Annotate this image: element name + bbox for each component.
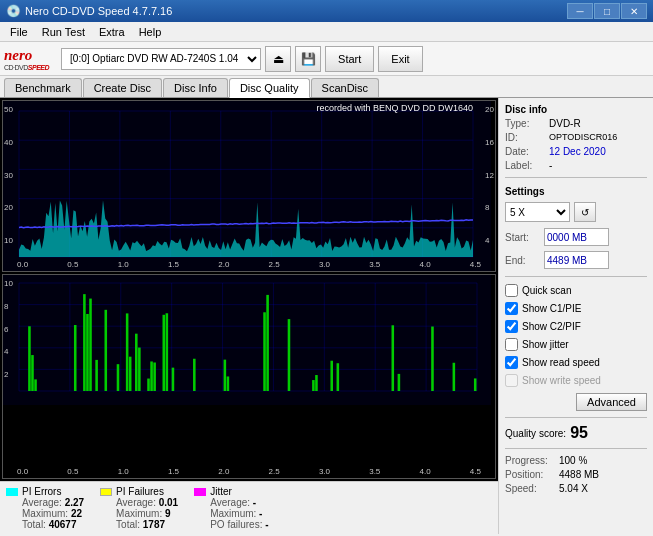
divider1 (505, 177, 647, 178)
show-jitter-checkbox[interactable] (505, 338, 518, 351)
speed-value: 5.04 X (559, 483, 588, 494)
chart-title: recorded with BENQ DVD DD DW1640 (316, 103, 473, 113)
disc-type-label: Type: (505, 118, 545, 129)
quick-scan-row: Quick scan (505, 284, 647, 297)
pi-failures-total: 1787 (143, 519, 165, 530)
settings-end-label: End: (505, 255, 540, 266)
show-read-speed-label: Show read speed (522, 357, 600, 368)
divider2 (505, 276, 647, 277)
y-label-20: 20 (485, 105, 494, 114)
disc-id-row: ID: OPTODISCR016 (505, 132, 647, 143)
minimize-button[interactable]: ─ (567, 3, 593, 19)
tab-bar: Benchmark Create Disc Disc Info Disc Qua… (0, 76, 653, 98)
legend-area: PI Errors Average: 2.27 Maximum: 22 Tota… (0, 481, 498, 534)
divider3 (505, 417, 647, 418)
main-content: recorded with BENQ DVD DD DW1640 20 16 1… (0, 98, 653, 534)
legend-pi-failures: PI Failures Average: 0.01 Maximum: 9 Tot… (100, 486, 178, 530)
menu-help[interactable]: Help (133, 25, 168, 39)
y-label-50: 50 (4, 105, 13, 114)
logo: nero CD·DVDSPEED (4, 47, 49, 71)
settings-start-input[interactable] (544, 228, 609, 246)
right-panel: Disc info Type: DVD-R ID: OPTODISCR016 D… (498, 98, 653, 534)
progress-value: 100 % (559, 455, 587, 466)
position-value: 4488 MB (559, 469, 599, 480)
y-label-8: 8 (485, 203, 494, 212)
save-button[interactable]: 💾 (295, 46, 321, 72)
pi-failures-max-label: Maximum: (116, 508, 162, 519)
show-write-speed-checkbox (505, 374, 518, 387)
legend-jitter: Jitter Average: - Maximum: - PO failures… (194, 486, 268, 530)
toolbar: nero CD·DVDSPEED [0:0] Optiarc DVD RW AD… (0, 42, 653, 76)
show-c1pie-checkbox[interactable] (505, 302, 518, 315)
position-label: Position: (505, 469, 555, 480)
progress-row: Progress: 100 % (505, 455, 647, 466)
top-chart: recorded with BENQ DVD DD DW1640 20 16 1… (2, 100, 496, 272)
speed-row: Speed: 5.04 X (505, 483, 647, 494)
disc-date-value: 12 Dec 2020 (549, 146, 606, 157)
pi-failures-avg: 0.01 (159, 497, 178, 508)
disc-label-row: Label: - (505, 160, 647, 171)
disc-label-label: Label: (505, 160, 545, 171)
pi-failures-avg-label: Average: (116, 497, 156, 508)
close-button[interactable]: ✕ (621, 3, 647, 19)
eject-button[interactable]: ⏏ (265, 46, 291, 72)
window-title: Nero CD-DVD Speed 4.7.7.16 (25, 5, 172, 17)
settings-speed-row: 5 X 4 X 8 X ↺ (505, 202, 647, 222)
y-label-10: 10 (4, 236, 13, 245)
divider4 (505, 448, 647, 449)
title-bar: 💿 Nero CD-DVD Speed 4.7.7.16 ─ □ ✕ (0, 0, 653, 22)
exit-button[interactable]: Exit (378, 46, 422, 72)
show-c1pie-label: Show C1/PIE (522, 303, 581, 314)
settings-title: Settings (505, 186, 647, 197)
progress-label: Progress: (505, 455, 555, 466)
show-c2pif-label: Show C2/PIF (522, 321, 581, 332)
menu-bar: File Run Test Extra Help (0, 22, 653, 42)
pi-failures-color (100, 488, 112, 496)
logo-sub: CD·DVDSPEED (4, 64, 49, 71)
pi-errors-label: PI Errors (22, 486, 61, 497)
pi-failures-total-label: Total: (116, 519, 140, 530)
menu-extra[interactable]: Extra (93, 25, 131, 39)
quick-scan-label: Quick scan (522, 285, 571, 296)
y-label-30: 30 (4, 171, 13, 180)
y-label-20b: 20 (4, 203, 13, 212)
advanced-button[interactable]: Advanced (576, 393, 647, 411)
jitter-po: - (265, 519, 268, 530)
menu-file[interactable]: File (4, 25, 34, 39)
y-label-4: 4 (485, 236, 494, 245)
settings-start-label: Start: (505, 232, 540, 243)
tab-benchmark[interactable]: Benchmark (4, 78, 82, 97)
quality-score-row: Quality score: 95 (505, 424, 647, 442)
show-write-speed-row: Show write speed (505, 374, 647, 387)
start-button[interactable]: Start (325, 46, 374, 72)
speed-select[interactable]: 5 X 4 X 8 X (505, 202, 570, 222)
pi-errors-total-label: Total: (22, 519, 46, 530)
show-write-speed-label: Show write speed (522, 375, 601, 386)
quick-scan-checkbox[interactable] (505, 284, 518, 297)
tab-create-disc[interactable]: Create Disc (83, 78, 162, 97)
show-c2pif-checkbox[interactable] (505, 320, 518, 333)
jitter-avg: - (253, 497, 256, 508)
legend-pi-errors: PI Errors Average: 2.27 Maximum: 22 Tota… (6, 486, 84, 530)
tab-disc-quality[interactable]: Disc Quality (229, 78, 310, 98)
app-icon: 💿 (6, 4, 21, 18)
y-label-16: 16 (485, 138, 494, 147)
settings-end-row: End: (505, 251, 647, 269)
disc-id-label: ID: (505, 132, 545, 143)
show-read-speed-row: Show read speed (505, 356, 647, 369)
pi-errors-avg: 2.27 (65, 497, 84, 508)
jitter-color (194, 488, 206, 496)
maximize-button[interactable]: □ (594, 3, 620, 19)
pi-errors-color (6, 488, 18, 496)
menu-run-test[interactable]: Run Test (36, 25, 91, 39)
jitter-label: Jitter (210, 486, 232, 497)
position-row: Position: 4488 MB (505, 469, 647, 480)
show-read-speed-checkbox[interactable] (505, 356, 518, 369)
drive-selector[interactable]: [0:0] Optiarc DVD RW AD-7240S 1.04 (61, 48, 261, 70)
settings-end-input[interactable] (544, 251, 609, 269)
tab-scan-disc[interactable]: ScanDisc (311, 78, 379, 97)
disc-label-value: - (549, 160, 552, 171)
tab-disc-info[interactable]: Disc Info (163, 78, 228, 97)
jitter-max: - (259, 508, 262, 519)
settings-refresh-btn[interactable]: ↺ (574, 202, 596, 222)
